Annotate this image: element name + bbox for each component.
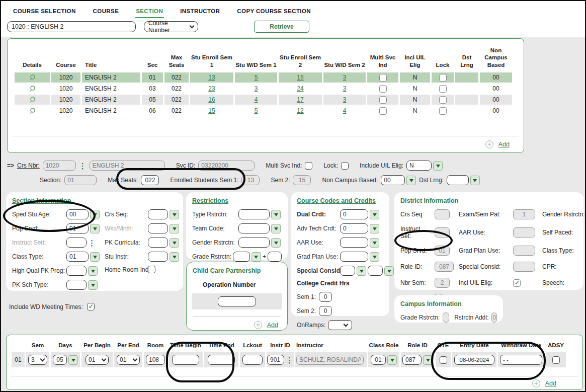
add-section-link[interactable]: + Add bbox=[485, 140, 510, 148]
dropdown-arrow-icon[interactable] bbox=[68, 355, 78, 365]
dropdown-arrow-icon[interactable] bbox=[370, 210, 379, 219]
ellipsis-picker-icon[interactable]: ⋮ bbox=[286, 356, 293, 364]
tab-course-selection[interactable]: COURSE SELECTION bbox=[12, 7, 77, 18]
operation-number-field[interactable] bbox=[218, 296, 256, 306]
room-field[interactable] bbox=[146, 355, 165, 365]
dropdown-arrow-icon[interactable] bbox=[387, 355, 397, 365]
stu-enroll-sem2-link[interactable]: 24 bbox=[297, 85, 303, 92]
sped-stu-age-field[interactable] bbox=[66, 209, 89, 219]
include-wd-checkbox[interactable] bbox=[87, 303, 95, 310]
dropdown-arrow-icon[interactable] bbox=[423, 355, 433, 365]
stu-enroll-sem2-link[interactable]: 12 bbox=[297, 107, 303, 114]
dropdown-arrow-icon[interactable] bbox=[271, 238, 281, 248]
lock-checkbox[interactable] bbox=[439, 107, 447, 115]
sem2-field[interactable] bbox=[319, 306, 332, 316]
home-room-ind-checkbox[interactable] bbox=[148, 266, 155, 273]
stu-enroll-sem1-link[interactable]: 16 bbox=[208, 96, 215, 103]
dropdown-arrow-icon[interactable] bbox=[170, 238, 179, 248]
multi-svc-ind-checkbox[interactable] bbox=[305, 162, 312, 170]
details-magnifier-icon[interactable] bbox=[29, 96, 36, 104]
adsy-checkbox[interactable] bbox=[552, 356, 560, 364]
stu-enroll-sem2-link[interactable]: 17 bbox=[297, 96, 303, 103]
pop-srvd-field[interactable] bbox=[66, 223, 89, 233]
non-campus-based-field[interactable] bbox=[381, 175, 405, 185]
max-seats-field[interactable] bbox=[141, 175, 159, 185]
dropdown-arrow-icon[interactable] bbox=[370, 238, 379, 248]
stu-wd-sem2-link[interactable]: 3 bbox=[343, 96, 347, 103]
stu-wd-sem2-link[interactable]: 3 bbox=[343, 85, 347, 92]
sem-select[interactable]: 3 bbox=[28, 355, 47, 365]
time-begin-field[interactable] bbox=[172, 355, 199, 365]
dropdown-arrow-icon[interactable] bbox=[271, 210, 281, 219]
tab-copy-course-section[interactable]: COPY COURSE SECTION bbox=[236, 7, 312, 18]
stu-wd-sem1-link[interactable]: 5 bbox=[255, 107, 258, 114]
dropdown-arrow-icon[interactable] bbox=[88, 280, 98, 290]
days-field[interactable] bbox=[53, 355, 67, 365]
dropdown-arrow-icon[interactable] bbox=[88, 266, 98, 276]
role-id-field[interactable] bbox=[402, 355, 422, 365]
lock-checkbox[interactable] bbox=[439, 85, 447, 93]
lock-checkbox[interactable] bbox=[439, 74, 447, 82]
stu-enroll-sem1-link[interactable]: 15 bbox=[208, 107, 215, 114]
special-consid-field-2[interactable] bbox=[368, 266, 383, 276]
dropdown-arrow-icon[interactable] bbox=[370, 224, 379, 233]
special-consid-field-1[interactable] bbox=[340, 266, 355, 276]
grad-plan-use-field[interactable] bbox=[340, 252, 368, 262]
stu-enroll-sem2-link[interactable]: 15 bbox=[297, 74, 303, 81]
dropdown-arrow-icon[interactable] bbox=[170, 252, 179, 262]
tab-instructor[interactable]: INSTRUCTOR bbox=[179, 7, 221, 18]
lock-checkbox[interactable] bbox=[439, 96, 447, 104]
adv-tech-crdt-field[interactable] bbox=[340, 223, 368, 233]
high-qual-pk-prog-field[interactable] bbox=[66, 266, 87, 276]
ellipsis-picker-icon[interactable]: ⋮ bbox=[88, 239, 96, 247]
section-row-01[interactable]: 1020 ENGLISH 2 01 022 13 5 15 3 N 00 bbox=[15, 72, 524, 83]
tab-course[interactable]: COURSE bbox=[92, 7, 120, 18]
dropdown-arrow-icon[interactable] bbox=[357, 266, 366, 276]
stu-enroll-sem1-link[interactable]: 13 bbox=[208, 74, 215, 81]
type-rstrctn-field[interactable] bbox=[238, 209, 270, 219]
stu-wd-sem1-link[interactable]: 3 bbox=[255, 85, 258, 92]
time-end-field[interactable] bbox=[208, 355, 235, 365]
aar-use-field[interactable] bbox=[340, 238, 368, 248]
per-end-select[interactable]: 01 bbox=[117, 355, 140, 365]
include-uil-elig-field[interactable] bbox=[406, 161, 432, 171]
course-search-input[interactable] bbox=[7, 21, 136, 32]
stu-wd-sem1-link[interactable]: 4 bbox=[255, 96, 258, 103]
grade-rstrctn-field[interactable] bbox=[233, 252, 250, 262]
withdraw-date-field[interactable] bbox=[500, 355, 542, 365]
dropdown-arrow-icon[interactable] bbox=[384, 266, 394, 276]
dual-crdt-field[interactable] bbox=[340, 209, 368, 219]
lock-checkbox[interactable] bbox=[341, 162, 349, 170]
pk-sch-type-field[interactable] bbox=[66, 280, 87, 290]
stu-enroll-sem1-link[interactable]: 23 bbox=[208, 85, 215, 92]
search-by-select[interactable]: Course Number bbox=[144, 21, 198, 32]
section-row-05[interactable]: 1020 ENGLISH 2 05 022 16 4 17 3 N 00 bbox=[15, 95, 524, 105]
grade-rstrctn-addl-field[interactable] bbox=[268, 252, 282, 262]
add-operation-link[interactable]: + Add bbox=[193, 321, 281, 329]
stu-wd-sem2-link[interactable]: 3 bbox=[343, 74, 347, 81]
details-magnifier-icon[interactable] bbox=[29, 74, 36, 82]
class-type-field[interactable] bbox=[66, 252, 89, 262]
ellipsis-picker-icon[interactable]: ⋮ bbox=[79, 162, 87, 170]
multi-svc-checkbox[interactable] bbox=[379, 85, 387, 93]
entry-date-field[interactable] bbox=[454, 355, 494, 365]
class-role-field[interactable] bbox=[371, 355, 386, 365]
crs-nbr-link[interactable]: Crs Nbr: bbox=[17, 162, 40, 169]
dropdown-arrow-icon[interactable] bbox=[271, 224, 281, 233]
stu-wd-sem2-link[interactable]: 4 bbox=[343, 107, 347, 114]
dropdown-arrow-icon[interactable] bbox=[433, 161, 443, 171]
instruct-sett-field[interactable] bbox=[66, 238, 87, 248]
pk-curricula-field[interactable] bbox=[148, 238, 168, 248]
wks-mnth-field[interactable] bbox=[148, 223, 168, 233]
retrieve-button[interactable]: Retrieve bbox=[254, 21, 309, 33]
multi-svc-checkbox[interactable] bbox=[379, 74, 387, 82]
details-magnifier-icon[interactable] bbox=[29, 107, 36, 115]
dropdown-arrow-icon[interactable] bbox=[170, 210, 179, 219]
onramps-select[interactable] bbox=[328, 320, 352, 330]
dropdown-arrow-icon[interactable] bbox=[90, 252, 100, 262]
section-row-03[interactable]: 1020 ENGLISH 2 03 022 23 3 24 3 N 00 bbox=[15, 84, 524, 94]
tab-section[interactable]: SECTION bbox=[135, 7, 164, 18]
dropdown-arrow-icon[interactable] bbox=[370, 252, 379, 262]
multi-svc-checkbox[interactable] bbox=[379, 96, 387, 104]
instr-id-field[interactable] bbox=[267, 355, 284, 365]
